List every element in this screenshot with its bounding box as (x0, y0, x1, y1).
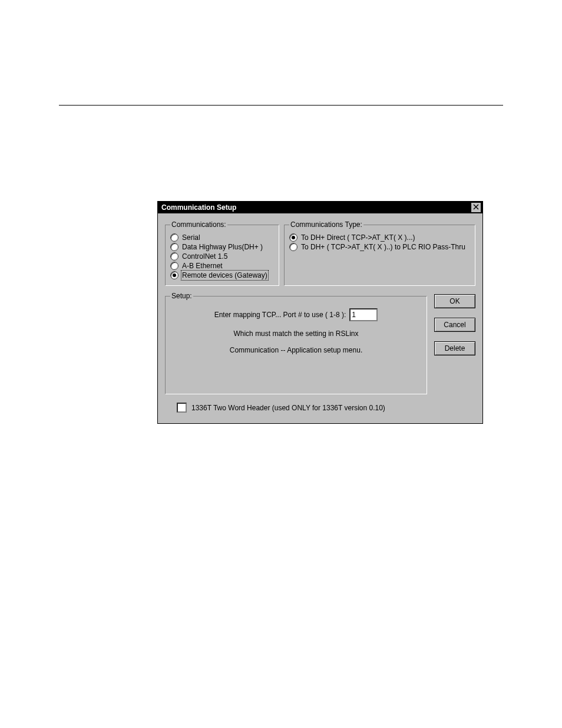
communication-setup-dialog: Communication Setup Communications: Seri… (157, 201, 483, 424)
communications-group: Communications: Serial Data Highway Plus… (165, 220, 279, 286)
radio-label: ControlNet 1.5 (182, 252, 227, 261)
setup-legend: Setup: (170, 292, 193, 300)
port-label: Enter mapping TCP... Port # to use ( 1-8… (214, 311, 346, 319)
radio-icon (170, 262, 178, 270)
radio-dh-direct[interactable]: To DH+ Direct ( TCP->AT_KT( X )...) (289, 233, 470, 242)
footer-row: 1336T Two Word Header (used ONLY for 133… (177, 403, 475, 413)
setup-help-2: Communication -- Application setup menu. (170, 346, 422, 354)
button-label: Delete (445, 344, 465, 353)
dialog-title: Communication Setup (161, 203, 236, 212)
radio-icon (170, 243, 178, 251)
setup-group: Setup: Enter mapping TCP... Port # to us… (165, 292, 427, 394)
radio-label: To DH+ ( TCP->AT_KT( X )..) to PLC RIO P… (301, 243, 465, 251)
setup-help-1: Which must match the setting in RSLinx (170, 330, 422, 338)
radio-label: Remote devices (Gateway) (182, 271, 267, 279)
communications-type-legend: Communications Type: (289, 220, 363, 229)
communications-type-group: Communications Type: To DH+ Direct ( TCP… (284, 220, 475, 286)
port-input[interactable]: 1 (349, 308, 378, 321)
radio-icon (289, 243, 297, 251)
radio-icon (170, 252, 178, 261)
titlebar: Communication Setup (158, 202, 482, 213)
radio-dh-passthru[interactable]: To DH+ ( TCP->AT_KT( X )..) to PLC RIO P… (289, 243, 470, 251)
radio-serial[interactable]: Serial (170, 233, 274, 242)
delete-button[interactable]: Delete (434, 341, 475, 355)
communications-legend: Communications: (170, 220, 227, 229)
radio-label: Data Highway Plus(DH+ ) (182, 243, 263, 251)
radio-controlnet[interactable]: ControlNet 1.5 (170, 252, 274, 261)
radio-label: Serial (182, 233, 200, 242)
button-column: OK Cancel Delete (434, 292, 475, 394)
cancel-button[interactable]: Cancel (434, 318, 475, 332)
port-value: 1 (352, 311, 356, 319)
radio-remote-gateway[interactable]: Remote devices (Gateway) (170, 271, 274, 279)
two-word-header-label: 1336T Two Word Header (used ONLY for 133… (191, 404, 385, 412)
close-icon (473, 203, 479, 212)
radio-icon (289, 233, 297, 242)
page-divider (59, 105, 503, 106)
radio-label: To DH+ Direct ( TCP->AT_KT( X )...) (301, 233, 415, 242)
ok-button[interactable]: OK (434, 294, 475, 308)
two-word-header-checkbox[interactable] (177, 403, 187, 413)
button-label: OK (449, 297, 459, 305)
radio-icon (170, 271, 178, 279)
radio-dhplus[interactable]: Data Highway Plus(DH+ ) (170, 243, 274, 251)
close-button[interactable] (471, 202, 481, 213)
radio-label: A-B Ethernet (182, 262, 223, 270)
button-label: Cancel (444, 321, 465, 329)
radio-ab-ethernet[interactable]: A-B Ethernet (170, 262, 274, 270)
radio-icon (170, 233, 178, 242)
